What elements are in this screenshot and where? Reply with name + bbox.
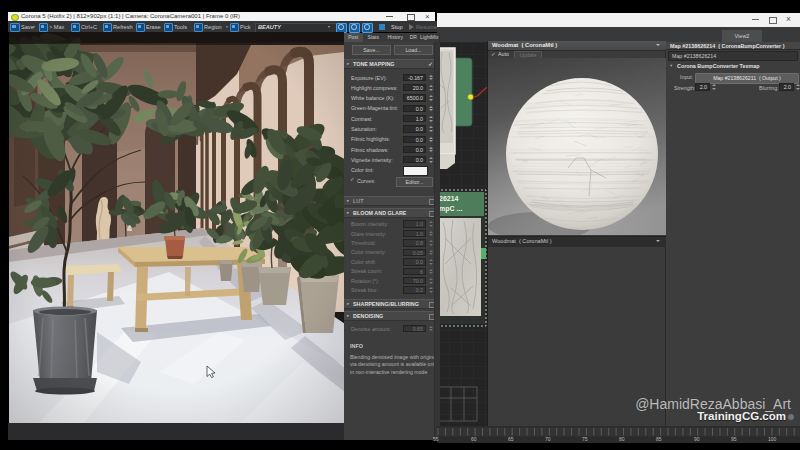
svg-text:mpC ...: mpC ... — [439, 205, 462, 213]
svg-text:26214: 26214 — [439, 195, 459, 202]
